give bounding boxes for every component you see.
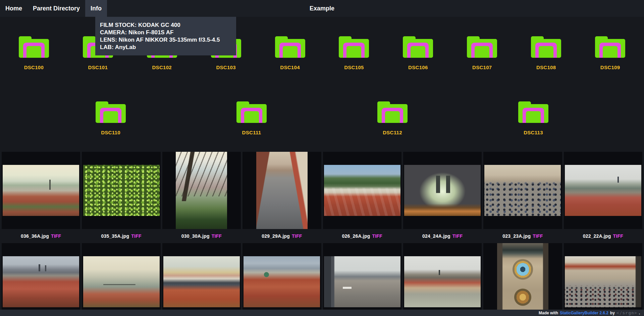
photo-thumbnail[interactable] bbox=[3, 165, 79, 216]
photo-filename-link[interactable]: 023_23A.jpg bbox=[502, 233, 531, 239]
footer-dot: . bbox=[639, 311, 640, 315]
folder-label: DSC100 bbox=[24, 64, 44, 70]
info-tooltip: FILM STOCK: KODAK GC 400 CAMERA: Nikon F… bbox=[95, 17, 236, 55]
nav-links: HomeParent DirectoryInfo bbox=[0, 0, 107, 17]
tiff-link[interactable]: TIFF bbox=[131, 233, 141, 239]
photo-link[interactable] bbox=[162, 243, 241, 316]
photo-thumbnail[interactable] bbox=[256, 152, 308, 229]
photo-link[interactable] bbox=[2, 243, 80, 316]
folder-label: DSC104 bbox=[280, 64, 300, 70]
photo-filename-link[interactable]: 022_22A.jpg bbox=[583, 233, 611, 239]
photo-filename-link[interactable]: 029_29A.jpg bbox=[262, 233, 290, 239]
folder-item-dsc106[interactable]: DSC106 bbox=[388, 36, 448, 70]
folder-item-dsc100[interactable]: DSC100 bbox=[4, 36, 64, 70]
nav-link-home[interactable]: Home bbox=[0, 0, 28, 17]
photo-link[interactable] bbox=[323, 152, 401, 229]
folder-label: DSC101 bbox=[88, 64, 108, 70]
photo-link[interactable] bbox=[82, 152, 160, 229]
photo-link[interactable] bbox=[483, 152, 562, 229]
photo-filename-link[interactable]: 035_35A.jpg bbox=[101, 233, 129, 239]
photo-thumbnail[interactable] bbox=[324, 165, 400, 216]
photo-thumbnail[interactable] bbox=[163, 256, 240, 307]
folder-icon bbox=[467, 36, 497, 58]
photo-caption: 023_23A.jpg TIFF bbox=[483, 229, 562, 243]
tiff-link[interactable]: TIFF bbox=[372, 233, 382, 239]
folder-item-dsc109[interactable]: DSC109 bbox=[580, 36, 640, 70]
photo-thumbnail[interactable] bbox=[565, 256, 641, 307]
photo-thumbnail[interactable] bbox=[324, 256, 400, 307]
tiff-link[interactable]: TIFF bbox=[51, 233, 61, 239]
photo-link[interactable] bbox=[243, 152, 321, 229]
photo-cell: 024_24A.jpg TIFF bbox=[403, 152, 482, 243]
photo-thumbnail[interactable] bbox=[176, 152, 227, 229]
photo-link[interactable] bbox=[483, 243, 562, 316]
folder-item-dsc104[interactable]: DSC104 bbox=[260, 36, 320, 70]
folder-item-dsc110[interactable]: DSC110 bbox=[80, 101, 141, 135]
folder-item-dsc105[interactable]: DSC105 bbox=[324, 36, 384, 70]
photo-filename-link[interactable]: 024_24A.jpg bbox=[422, 233, 450, 239]
folder-icon bbox=[96, 101, 126, 123]
photo-cell bbox=[564, 243, 642, 316]
folder-label: DSC108 bbox=[536, 64, 556, 70]
tiff-link[interactable]: TIFF bbox=[212, 233, 222, 239]
photo-link[interactable] bbox=[243, 243, 321, 316]
photo-cell: 023_23A.jpg TIFF bbox=[483, 152, 562, 243]
photo-link[interactable] bbox=[403, 152, 482, 229]
photo-thumbnail[interactable] bbox=[244, 256, 320, 307]
photo-caption: 035_35A.jpg TIFF bbox=[82, 229, 160, 243]
photo-thumbnail[interactable] bbox=[484, 165, 561, 216]
photo-cell bbox=[2, 243, 80, 316]
photo-cell: 022_22A.jpg TIFF bbox=[564, 152, 642, 243]
photo-caption: 030_30A.jpg TIFF bbox=[162, 229, 241, 243]
folder-item-dsc108[interactable]: DSC108 bbox=[516, 36, 576, 70]
tiff-link[interactable]: TIFF bbox=[533, 233, 543, 239]
folder-item-dsc112[interactable]: DSC112 bbox=[362, 101, 423, 135]
photo-thumbnail[interactable] bbox=[497, 243, 548, 316]
tooltip-line-lens: LENS: Nikon AF NIKKOR 35-135mm f/3.5-4.5 bbox=[100, 36, 231, 44]
photo-thumbnail[interactable] bbox=[404, 165, 481, 216]
photo-thumbnail[interactable] bbox=[3, 256, 79, 307]
photo-cell: 030_30A.jpg TIFF bbox=[162, 152, 241, 243]
photo-cell: 035_35A.jpg TIFF bbox=[82, 152, 160, 243]
photo-link[interactable] bbox=[564, 243, 642, 316]
photo-thumbnail[interactable] bbox=[83, 256, 160, 307]
builder-link[interactable]: StaticGalleryBuilder 2.6.2 bbox=[560, 311, 608, 315]
folder-item-dsc113[interactable]: DSC113 bbox=[503, 101, 564, 135]
tiff-link[interactable]: TIFF bbox=[613, 233, 623, 239]
photo-link[interactable] bbox=[2, 152, 80, 229]
photo-cell bbox=[483, 243, 562, 316]
photo-filename-link[interactable]: 026_26A.jpg bbox=[342, 233, 370, 239]
photo-filename-link[interactable]: 036_36A.jpg bbox=[21, 233, 49, 239]
photo-link[interactable] bbox=[82, 243, 160, 316]
tooltip-line-film: FILM STOCK: KODAK GC 400 bbox=[100, 21, 231, 29]
folder-icon bbox=[377, 101, 408, 123]
folder-label: DSC110 bbox=[101, 130, 120, 135]
tiff-link[interactable]: TIFF bbox=[292, 233, 302, 239]
footer-made-with: Made with bbox=[539, 311, 558, 315]
folder-label: DSC112 bbox=[383, 130, 402, 135]
photo-caption: 024_24A.jpg TIFF bbox=[403, 229, 482, 243]
photo-caption: 026_26A.jpg TIFF bbox=[323, 229, 401, 243]
photo-cell bbox=[323, 243, 401, 316]
top-nav-bar: HomeParent DirectoryInfo Example bbox=[0, 0, 644, 17]
photo-link[interactable] bbox=[403, 243, 482, 316]
folder-icon bbox=[19, 36, 49, 58]
tiff-link[interactable]: TIFF bbox=[452, 233, 463, 239]
folder-label: DSC111 bbox=[242, 130, 261, 135]
photo-link[interactable] bbox=[162, 152, 241, 229]
folder-item-dsc107[interactable]: DSC107 bbox=[452, 36, 512, 70]
photo-cell: 029_29A.jpg TIFF bbox=[243, 152, 321, 243]
photo-thumbnail[interactable] bbox=[404, 256, 481, 307]
photo-thumbnail[interactable] bbox=[83, 165, 160, 216]
folder-icon bbox=[236, 101, 267, 123]
photo-link[interactable] bbox=[564, 152, 642, 229]
nav-link-parent-directory[interactable]: Parent Directory bbox=[28, 0, 85, 17]
footer-bar: Made with StaticGalleryBuilder 2.6.2 by … bbox=[0, 310, 644, 316]
folder-label: DSC106 bbox=[408, 64, 428, 70]
photo-link[interactable] bbox=[323, 243, 401, 316]
photo-cell bbox=[243, 243, 321, 316]
nav-link-info[interactable]: Info bbox=[85, 0, 107, 17]
photo-filename-link[interactable]: 030_30A.jpg bbox=[181, 233, 210, 239]
folder-item-dsc111[interactable]: DSC111 bbox=[221, 101, 282, 135]
photo-thumbnail[interactable] bbox=[565, 165, 641, 216]
